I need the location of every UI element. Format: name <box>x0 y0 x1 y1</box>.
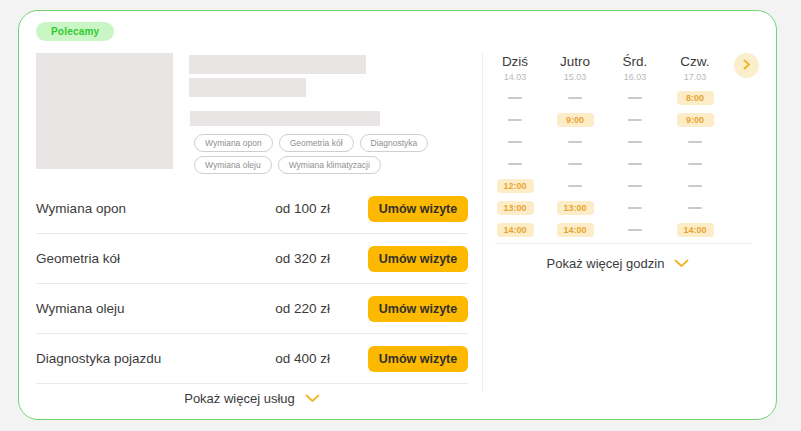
unavailable-slot-dash <box>628 207 642 209</box>
tag-geometria-kol[interactable]: Geometria kół <box>279 134 354 152</box>
slot-cell <box>605 175 665 197</box>
time-slot[interactable]: 14:00 <box>557 223 594 237</box>
calendar-day-thursday: Czw. 17.03 <box>665 54 725 82</box>
unavailable-slot-dash <box>568 141 582 143</box>
unavailable-slot-dash <box>568 185 582 187</box>
slot-cell: 14:00 <box>545 219 605 241</box>
slot-cell <box>665 197 725 219</box>
time-slot[interactable]: 13:00 <box>497 201 534 215</box>
recommended-workshop-card: Polecamy Wymiana opon Geometria kół Diag… <box>18 10 777 420</box>
unavailable-slot-dash <box>568 97 582 99</box>
time-slot-grid: 8:009:009:0012:0013:0013:0014:0014:0014:… <box>485 87 725 241</box>
service-row: Diagnostyka pojazdu od 400 zł Umów wizyt… <box>36 334 468 384</box>
time-slot[interactable]: 9:00 <box>677 113 714 127</box>
service-price: od 220 zł <box>250 301 330 316</box>
unavailable-slot-dash <box>508 141 522 143</box>
recommended-badge: Polecamy <box>36 22 114 41</box>
service-price: od 100 zł <box>250 201 330 216</box>
slot-cell: 14:00 <box>665 219 725 241</box>
unavailable-slot-dash <box>688 207 702 209</box>
time-slot[interactable]: 8:00 <box>677 91 714 105</box>
service-tags: Wymiana opon Geometria kół Diagnostyka W… <box>194 134 454 174</box>
unavailable-slot-dash <box>628 119 642 121</box>
service-row: Wymiana opon od 100 zł Umów wizyte <box>36 184 468 234</box>
service-name: Diagnostyka pojazdu <box>36 351 250 366</box>
service-price: od 400 zł <box>250 351 330 366</box>
slot-cell: 13:00 <box>545 197 605 219</box>
slot-cell: 9:00 <box>545 109 605 131</box>
slot-cell <box>605 87 665 109</box>
slot-cell <box>485 109 545 131</box>
time-slot[interactable]: 14:00 <box>677 223 714 237</box>
tag-wymiana-opon[interactable]: Wymiana opon <box>194 134 273 152</box>
slot-cell <box>485 131 545 153</box>
workshop-photo-placeholder <box>36 53 173 169</box>
service-price: od 320 zł <box>250 251 330 266</box>
show-more-hours-button[interactable]: Pokaż więcej godzin <box>485 249 751 278</box>
service-name: Wymiana opon <box>36 201 250 216</box>
time-slot[interactable]: 14:00 <box>497 223 534 237</box>
service-row: Geometria kół od 320 zł Umów wizyte <box>36 234 468 284</box>
time-slot[interactable]: 13:00 <box>557 201 594 215</box>
show-more-hours-label: Pokaż więcej godzin <box>547 256 665 271</box>
service-name: Geometria kół <box>36 251 250 266</box>
service-row: Wymiana oleju od 220 zł Umów wizyte <box>36 284 468 334</box>
next-days-button[interactable] <box>734 53 759 78</box>
unavailable-slot-dash <box>628 163 642 165</box>
slot-cell: 12:00 <box>485 175 545 197</box>
slot-cell: 8:00 <box>665 87 725 109</box>
show-more-services-button[interactable]: Pokaż więcej usług <box>36 384 468 413</box>
time-slot[interactable]: 9:00 <box>557 113 594 127</box>
calendar-divider <box>495 243 751 244</box>
book-visit-button[interactable]: Umów wizyte <box>368 196 468 222</box>
slot-cell <box>605 219 665 241</box>
slot-cell <box>605 197 665 219</box>
unavailable-slot-dash <box>628 97 642 99</box>
book-visit-button[interactable]: Umów wizyte <box>368 346 468 372</box>
slot-cell <box>605 153 665 175</box>
day-label: Dziś <box>485 54 545 69</box>
tag-wymiana-oleju[interactable]: Wymiana oleju <box>194 156 272 174</box>
slot-cell <box>545 131 605 153</box>
time-slot[interactable]: 12:00 <box>497 179 534 193</box>
slot-cell <box>605 109 665 131</box>
slot-cell <box>665 175 725 197</box>
chevron-down-icon <box>674 256 689 271</box>
unavailable-slot-dash <box>688 163 702 165</box>
slot-cell: 9:00 <box>665 109 725 131</box>
day-label: Śrd. <box>605 54 665 69</box>
slot-cell <box>545 87 605 109</box>
unavailable-slot-dash <box>628 141 642 143</box>
workshop-address-placeholder <box>190 111 380 126</box>
calendar-day-wednesday: Śrd. 16.03 <box>605 54 665 82</box>
slot-cell <box>665 153 725 175</box>
day-label: Czw. <box>665 54 725 69</box>
unavailable-slot-dash <box>628 185 642 187</box>
vertical-divider <box>482 53 483 391</box>
day-label: Jutro <box>545 54 605 69</box>
calendar-day-tomorrow: Jutro 15.03 <box>545 54 605 82</box>
workshop-name-placeholder <box>189 55 366 74</box>
unavailable-slot-dash <box>508 119 522 121</box>
slot-cell <box>665 131 725 153</box>
service-name: Wymiana oleju <box>36 301 250 316</box>
services-list: Wymiana opon od 100 zł Umów wizyte Geome… <box>36 184 468 413</box>
chevron-right-icon <box>743 58 751 73</box>
slot-cell: 13:00 <box>485 197 545 219</box>
slot-cell <box>485 153 545 175</box>
calendar-day-headers: Dziś 14.03 Jutro 15.03 Śrd. 16.03 Czw. 1… <box>485 54 725 82</box>
book-visit-button[interactable]: Umów wizyte <box>368 296 468 322</box>
unavailable-slot-dash <box>628 229 642 231</box>
day-date: 16.03 <box>605 72 665 82</box>
book-visit-button[interactable]: Umów wizyte <box>368 246 468 272</box>
unavailable-slot-dash <box>688 141 702 143</box>
show-more-services-label: Pokaż więcej usług <box>184 391 295 406</box>
tag-wymiana-klimatyzacji[interactable]: Wymiana klimatyzacji <box>278 156 381 174</box>
slot-cell <box>605 131 665 153</box>
slot-cell <box>485 87 545 109</box>
slot-cell: 14:00 <box>485 219 545 241</box>
day-date: 17.03 <box>665 72 725 82</box>
slot-cell <box>545 153 605 175</box>
unavailable-slot-dash <box>508 163 522 165</box>
tag-diagnostyka[interactable]: Diagnostyka <box>360 134 429 152</box>
